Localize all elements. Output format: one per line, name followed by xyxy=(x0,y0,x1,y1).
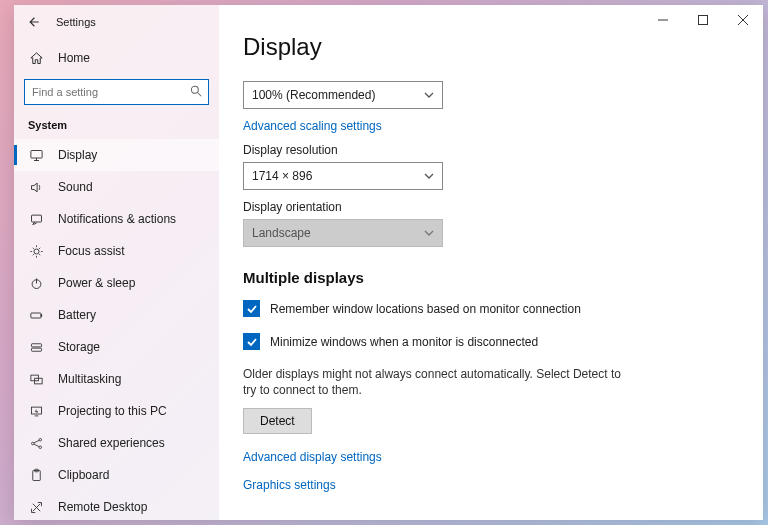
minimize-icon xyxy=(658,15,668,25)
page-title: Display xyxy=(243,33,739,61)
nav-label: Projecting to this PC xyxy=(58,404,167,418)
nav-item-multitasking[interactable]: Multitasking xyxy=(14,363,219,395)
svg-point-18 xyxy=(39,446,42,449)
nav-item-remote-desktop[interactable]: Remote Desktop xyxy=(14,491,219,520)
svg-rect-5 xyxy=(31,215,41,222)
search-input[interactable] xyxy=(24,79,209,105)
resolution-label: Display resolution xyxy=(243,143,739,157)
app-title: Settings xyxy=(56,16,96,28)
minimize-windows-row: Minimize windows when a monitor is disco… xyxy=(243,333,739,350)
svg-line-19 xyxy=(34,440,39,443)
scale-select[interactable]: 100% (Recommended) xyxy=(243,81,443,109)
home-icon xyxy=(28,50,44,66)
close-icon xyxy=(738,15,748,25)
remember-locations-checkbox[interactable] xyxy=(243,300,260,317)
chevron-down-icon xyxy=(424,90,434,100)
nav-label: Focus assist xyxy=(58,244,125,258)
nav-label: Power & sleep xyxy=(58,276,135,290)
nav-item-clipboard[interactable]: Clipboard xyxy=(14,459,219,491)
sidebar: Settings Home System Display Sound xyxy=(14,5,219,520)
settings-window: Settings Home System Display Sound xyxy=(14,5,763,520)
svg-point-16 xyxy=(31,442,34,445)
content-pane: Display 100% (Recommended) Advanced scal… xyxy=(219,5,763,520)
nav-label: Shared experiences xyxy=(58,436,165,450)
nav-label: Battery xyxy=(58,308,96,322)
nav-item-sound[interactable]: Sound xyxy=(14,171,219,203)
svg-rect-2 xyxy=(30,150,41,158)
svg-point-6 xyxy=(34,249,39,254)
graphics-settings-link[interactable]: Graphics settings xyxy=(243,478,739,492)
nav-item-storage[interactable]: Storage xyxy=(14,331,219,363)
projecting-icon xyxy=(28,403,44,419)
maximize-button[interactable] xyxy=(683,5,723,35)
search-field-wrap xyxy=(24,79,209,105)
close-button[interactable] xyxy=(723,5,763,35)
nav-label: Remote Desktop xyxy=(58,500,147,514)
remote-icon xyxy=(28,499,44,515)
maximize-icon xyxy=(698,15,708,25)
detect-info-text: Older displays might not always connect … xyxy=(243,366,623,398)
home-nav[interactable]: Home xyxy=(14,43,219,73)
remember-locations-row: Remember window locations based on monit… xyxy=(243,300,739,317)
nav-item-notifications[interactable]: Notifications & actions xyxy=(14,203,219,235)
minimize-windows-label: Minimize windows when a monitor is disco… xyxy=(270,335,538,349)
search-icon xyxy=(189,84,203,98)
window-controls xyxy=(643,5,763,35)
multiple-displays-heading: Multiple displays xyxy=(243,269,739,286)
check-icon xyxy=(246,303,258,315)
nav-item-focus-assist[interactable]: Focus assist xyxy=(14,235,219,267)
nav-item-shared-experiences[interactable]: Shared experiences xyxy=(14,427,219,459)
svg-rect-9 xyxy=(30,313,40,318)
sound-icon xyxy=(28,179,44,195)
section-label: System xyxy=(14,115,219,139)
advanced-scaling-link[interactable]: Advanced scaling settings xyxy=(243,119,739,133)
remember-locations-label: Remember window locations based on monit… xyxy=(270,302,581,316)
nav-item-display[interactable]: Display xyxy=(14,139,219,171)
svg-line-1 xyxy=(198,93,202,97)
power-icon xyxy=(28,275,44,291)
resolution-select[interactable]: 1714 × 896 xyxy=(243,162,443,190)
clipboard-icon xyxy=(28,467,44,483)
nav-item-projecting[interactable]: Projecting to this PC xyxy=(14,395,219,427)
orientation-select: Landscape xyxy=(243,219,443,247)
nav-item-battery[interactable]: Battery xyxy=(14,299,219,331)
svg-rect-10 xyxy=(40,314,41,317)
shared-icon xyxy=(28,435,44,451)
title-bar: Settings xyxy=(14,5,219,39)
check-icon xyxy=(246,336,258,348)
svg-rect-11 xyxy=(31,343,41,346)
home-label: Home xyxy=(58,51,90,65)
nav-label: Multitasking xyxy=(58,372,121,386)
orientation-label: Display orientation xyxy=(243,200,739,214)
svg-line-20 xyxy=(34,444,39,447)
chevron-down-icon xyxy=(424,171,434,181)
nav-label: Storage xyxy=(58,340,100,354)
display-icon xyxy=(28,147,44,163)
nav-list: Display Sound Notifications & actions Fo… xyxy=(14,139,219,520)
svg-point-17 xyxy=(39,438,42,441)
scale-value: 100% (Recommended) xyxy=(252,88,375,102)
battery-icon xyxy=(28,307,44,323)
focus-icon xyxy=(28,243,44,259)
orientation-value: Landscape xyxy=(252,226,311,240)
back-button[interactable] xyxy=(24,12,44,32)
nav-label: Sound xyxy=(58,180,93,194)
svg-point-0 xyxy=(191,86,198,93)
notifications-icon xyxy=(28,211,44,227)
nav-label: Clipboard xyxy=(58,468,109,482)
minimize-button[interactable] xyxy=(643,5,683,35)
minimize-windows-checkbox[interactable] xyxy=(243,333,260,350)
nav-label: Display xyxy=(58,148,97,162)
arrow-left-icon xyxy=(27,15,41,29)
multitasking-icon xyxy=(28,371,44,387)
svg-rect-24 xyxy=(699,16,708,25)
detect-button[interactable]: Detect xyxy=(243,408,312,434)
nav-label: Notifications & actions xyxy=(58,212,176,226)
svg-rect-12 xyxy=(31,348,41,351)
advanced-display-link[interactable]: Advanced display settings xyxy=(243,450,739,464)
nav-item-power-sleep[interactable]: Power & sleep xyxy=(14,267,219,299)
resolution-value: 1714 × 896 xyxy=(252,169,312,183)
chevron-down-icon xyxy=(424,228,434,238)
storage-icon xyxy=(28,339,44,355)
